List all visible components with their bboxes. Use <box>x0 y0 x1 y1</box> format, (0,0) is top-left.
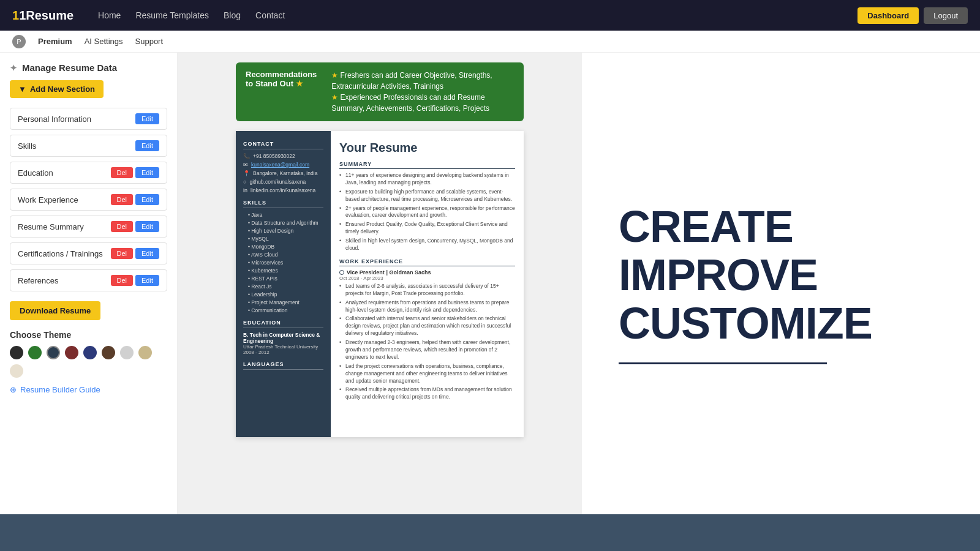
guide-link[interactable]: ⊕ Resume Builder Guide <box>10 385 167 394</box>
contact-location: 📍 Bangalore, Karnataka, India <box>243 170 323 176</box>
section-row-work: Work Experience Del Edit <box>10 189 167 211</box>
download-resume-button[interactable]: Download Resume <box>10 301 100 320</box>
section-row-certifications: Certifications / Trainings Del Edit <box>10 242 167 264</box>
section-btns-work: Del Edit <box>111 194 159 205</box>
color-dot-1[interactable] <box>10 346 23 359</box>
edit-certifications-button[interactable]: Edit <box>135 248 159 259</box>
premium-link[interactable]: Premium <box>38 37 72 46</box>
del-certifications-button[interactable]: Del <box>111 248 134 259</box>
github-icon: ○ <box>243 179 246 185</box>
color-dot-6[interactable] <box>102 346 115 359</box>
summary-section: SUMMARY 11+ years of experience designin… <box>339 161 515 252</box>
del-education-button[interactable]: Del <box>111 167 134 178</box>
gear-icon: ✦ <box>10 63 17 73</box>
color-dot-9[interactable] <box>10 364 23 378</box>
left-panel: ✦ Manage Resume Data ▼ Add New Section P… <box>0 53 178 514</box>
color-dot-2[interactable] <box>28 346 42 359</box>
languages-section-title: LANGUAGES <box>243 361 323 370</box>
contact-github: ○ github.com/kunalsaxena <box>243 179 323 185</box>
work-circle-icon <box>339 270 344 275</box>
location-icon: 📍 <box>243 170 250 176</box>
contact-section-title: CONTACT <box>243 141 323 149</box>
nav-home[interactable]: Home <box>98 10 121 20</box>
section-row-references: References Del Edit <box>10 269 167 291</box>
nav-resume-templates[interactable]: Resume Templates <box>135 10 209 20</box>
section-btns-skills: Edit <box>135 140 159 151</box>
center-panel: Recommendations to Stand Out ★ ★ Fresher… <box>178 53 582 514</box>
recommendation-bar: Recommendations to Stand Out ★ ★ Fresher… <box>236 62 524 121</box>
add-section-button[interactable]: ▼ Add New Section <box>10 80 104 98</box>
work-bullet-3: Collaborated with internal teams and sen… <box>339 315 515 337</box>
del-summary-button[interactable]: Del <box>111 221 134 232</box>
nav-links: Home Resume Templates Blog Contact <box>98 10 858 20</box>
contact-email: ✉ kunalsaxena@gmail.com <box>243 162 323 168</box>
section-name-education: Education <box>18 168 53 178</box>
manage-title: ✦ Manage Resume Data <box>10 62 167 73</box>
nav-contact[interactable]: Contact <box>255 10 285 20</box>
color-dot-5[interactable] <box>83 346 97 359</box>
hero-line-1: CREATE <box>619 203 943 251</box>
support-link[interactable]: Support <box>135 37 164 46</box>
avatar: P <box>12 35 26 48</box>
summary-bullet-2: Exposure to building high performance an… <box>339 189 515 203</box>
skill-communication: Communication <box>243 307 323 313</box>
section-name-summary: Resume Summary <box>18 222 84 231</box>
edit-references-button[interactable]: Edit <box>135 275 159 286</box>
work-bullet-6: Received multiple appreciations from MDs… <box>339 386 515 401</box>
skill-kubernetes: Kubernetes <box>243 268 323 274</box>
bottom-band <box>0 514 980 551</box>
hero-divider <box>619 362 827 364</box>
hero-line-2: IMPROVE <box>619 251 943 299</box>
linkedin-icon: in <box>243 187 247 193</box>
hero-line-3: CUSTOMIZE <box>619 299 943 348</box>
section-btns-references: Del Edit <box>111 275 159 286</box>
summary-bullet-4: Ensured Product Quality, Code Quality, E… <box>339 221 515 236</box>
skill-rest: REST APIs <box>243 276 323 282</box>
skill-hld: High Level Design <box>243 228 323 234</box>
rec-star-freshers: ★ <box>331 71 338 80</box>
subbar: P Premium AI Settings Support <box>0 31 980 53</box>
main-content: ✦ Manage Resume Data ▼ Add New Section P… <box>0 53 980 514</box>
contact-phone: 📞 +91 85058930022 <box>243 153 323 159</box>
resume-left-sidebar: CONTACT 📞 +91 85058930022 ✉ kunalsaxena@… <box>236 131 331 437</box>
nav-blog[interactable]: Blog <box>224 10 241 20</box>
education-section-title: EDUCATION <box>243 320 323 328</box>
work-title: WORK EXPERIENCE <box>339 258 515 266</box>
section-btns-education: Del Edit <box>111 167 159 178</box>
section-btns-summary: Del Edit <box>111 221 159 232</box>
summary-title: SUMMARY <box>339 161 515 169</box>
color-dot-4[interactable] <box>65 346 78 359</box>
edit-personal-button[interactable]: Edit <box>135 113 159 124</box>
edit-work-button[interactable]: Edit <box>135 194 159 205</box>
section-btns-certifications: Del Edit <box>111 248 159 259</box>
skill-react: React Js <box>243 283 323 290</box>
color-dot-7[interactable] <box>120 346 134 359</box>
dashboard-button[interactable]: Dashboard <box>858 7 919 24</box>
del-references-button[interactable]: Del <box>111 275 134 286</box>
skill-mongodb: MongoDB <box>243 244 323 250</box>
section-row-personal: Personal Information Edit <box>10 108 167 130</box>
skill-leadership: Leadership <box>243 291 323 298</box>
edit-education-button[interactable]: Edit <box>135 167 159 178</box>
work-bullet-5: Led the project conversations with opera… <box>339 363 515 385</box>
edit-skills-button[interactable]: Edit <box>135 140 159 151</box>
hero-panel: CREATE IMPROVE CUSTOMIZE <box>582 53 980 514</box>
logo: 11Resume <box>12 9 74 23</box>
rec-left-text: Recommendations to Stand Out ★ <box>246 70 322 88</box>
contact-linkedin: in linkedin.com/in/kunalsaxena <box>243 187 323 193</box>
section-row-education: Education Del Edit <box>10 162 167 184</box>
edit-summary-button[interactable]: Edit <box>135 221 159 232</box>
color-dot-8[interactable] <box>138 346 152 359</box>
logout-button[interactable]: Logout <box>924 7 968 24</box>
edu-degree: B. Tech in Computer Science & Engineerin… <box>243 332 323 344</box>
summary-bullet-5: Skilled in high level system design, Con… <box>339 238 515 252</box>
color-dot-3[interactable] <box>47 346 60 359</box>
skill-microservices: Microservices <box>243 260 323 266</box>
del-work-button[interactable]: Del <box>111 194 134 205</box>
skill-java: Java <box>243 212 323 218</box>
ai-settings-link[interactable]: AI Settings <box>85 37 123 46</box>
work-bullet-4: Directly managed 2-3 engineers, helped t… <box>339 339 515 361</box>
skill-mysql: MySQL <box>243 236 323 242</box>
add-icon: ▼ <box>18 84 26 94</box>
work-bullet-1: Led teams of 2-6 analysis, associates in… <box>339 283 515 298</box>
